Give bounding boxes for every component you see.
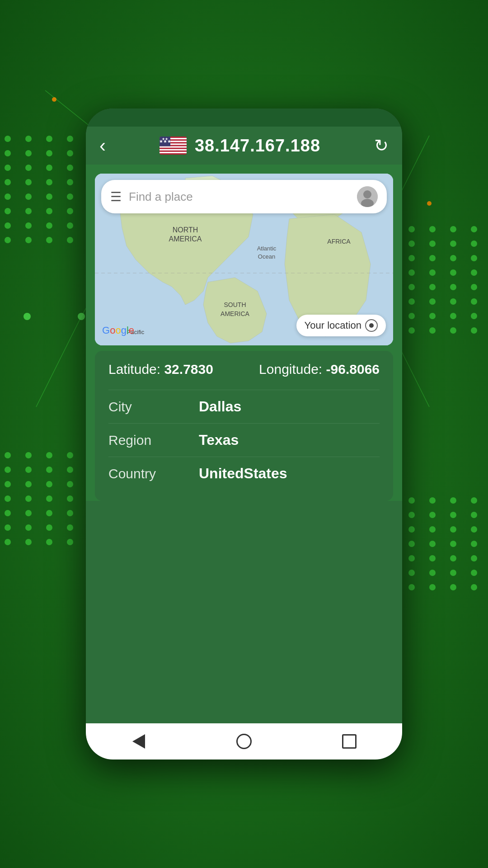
latitude-value: 32.7830 — [164, 362, 213, 377]
header-center: ★★★ ★★ 38.147.167.188 — [160, 136, 320, 156]
refresh-button[interactable]: ↻ — [374, 136, 389, 156]
bottom-nav — [86, 723, 402, 760]
svg-line-2 — [36, 316, 81, 407]
google-logo: Google — [102, 325, 134, 336]
svg-text:Atlantic: Atlantic — [257, 245, 277, 252]
region-value: Texas — [199, 432, 239, 448]
app-header: ‹ ★★★ — [86, 127, 402, 165]
svg-point-10 — [23, 313, 31, 320]
content-spacer — [86, 501, 402, 723]
flag-icon: ★★★ ★★ — [160, 137, 187, 155]
svg-text:NORTH: NORTH — [173, 226, 198, 234]
svg-text:SOUTH: SOUTH — [224, 301, 246, 308]
longitude-label: Longitude: — [259, 362, 322, 377]
longitude-item: Longitude: -96.8066 — [259, 362, 380, 377]
city-value: Dallas — [199, 398, 241, 415]
svg-point-33 — [363, 190, 371, 198]
nav-recent-button[interactable] — [338, 730, 361, 753]
city-row: City Dallas — [108, 390, 380, 423]
country-value: UnitedStates — [199, 465, 287, 482]
svg-point-8 — [52, 97, 56, 102]
longitude-value: -96.8066 — [326, 362, 380, 377]
svg-rect-17 — [160, 152, 187, 153]
info-section: Latitude: 32.7830 Longitude: -96.8066 Ci… — [95, 351, 393, 501]
your-location-label: Your location — [305, 320, 361, 331]
svg-text:Ocean: Ocean — [258, 253, 275, 260]
latitude-item: Latitude: 32.7830 — [108, 362, 213, 377]
location-circle-icon — [365, 319, 378, 332]
search-placeholder: Find a place — [129, 190, 357, 204]
region-row: Region Texas — [108, 423, 380, 457]
svg-text:AFRICA: AFRICA — [327, 238, 351, 245]
svg-rect-16 — [160, 149, 187, 151]
latitude-label: Latitude: — [108, 362, 160, 377]
svg-text:★★: ★★ — [162, 137, 168, 141]
nav-home-button[interactable] — [233, 730, 255, 753]
country-row: Country UnitedStates — [108, 457, 380, 490]
svg-point-9 — [427, 201, 432, 206]
ip-address: 38.147.167.188 — [195, 136, 320, 156]
user-avatar[interactable] — [357, 186, 378, 207]
svg-text:AMERICA: AMERICA — [169, 235, 202, 243]
nav-back-button[interactable] — [127, 730, 150, 753]
back-button[interactable]: ‹ — [99, 136, 106, 155]
phone-frame: ‹ ★★★ — [86, 108, 402, 760]
svg-point-6 — [78, 313, 85, 320]
hamburger-menu-icon[interactable]: ☰ — [110, 189, 122, 204]
status-bar — [86, 108, 402, 127]
region-label: Region — [108, 433, 199, 448]
svg-rect-15 — [160, 146, 187, 148]
phone-screen: ‹ ★★★ — [86, 108, 402, 760]
svg-text:AMERICA: AMERICA — [221, 310, 249, 317]
your-location-button[interactable]: Your location — [296, 315, 386, 336]
map-search-bar: ☰ Find a place — [101, 180, 387, 213]
coordinates-row: Latitude: 32.7830 Longitude: -96.8066 — [108, 362, 380, 377]
country-label: Country — [108, 466, 199, 481]
map-container: NORTH AMERICA EUROP Atlantic Ocean AFRIC… — [95, 174, 393, 345]
city-label: City — [108, 399, 199, 415]
